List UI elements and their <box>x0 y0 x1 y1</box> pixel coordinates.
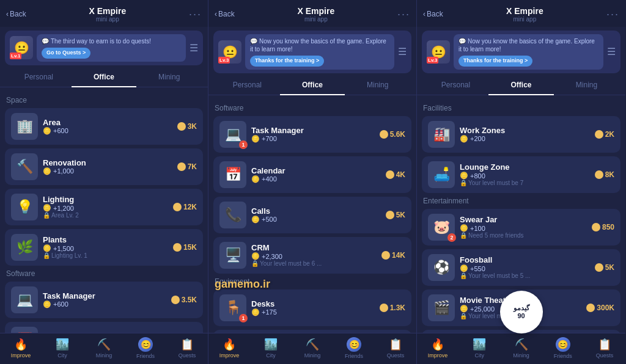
item-name: Area <box>43 118 172 127</box>
back-button[interactable]: ‹ Back <box>215 10 235 18</box>
banner-content: 💬Now you know the basics of the game. Ex… <box>454 34 603 70</box>
item-stat-value: +25,000 <box>470 305 495 313</box>
nav-item-improve[interactable]: 🔥 Improve <box>417 338 458 359</box>
list-item[interactable]: 📞 Calls 🪙 +500 5K <box>213 197 411 233</box>
back-label: Back <box>10 10 26 18</box>
more-icon[interactable]: ··· <box>606 8 619 21</box>
nav-item-city[interactable]: 🏙️ City <box>250 338 292 359</box>
banner-button[interactable]: Go to Quests > <box>42 48 90 59</box>
list-item[interactable]: 📅 Calendar 🪙 +400 4K <box>213 156 411 193</box>
nav-item-friends[interactable]: 😊 Friends <box>542 337 584 359</box>
nav-item-mining[interactable]: ⛏️ Mining <box>292 338 333 359</box>
banner-button[interactable]: Thanks for the training > <box>458 56 532 67</box>
nav-item-improve[interactable]: 🔥 Improve <box>208 338 250 359</box>
item-stat: 🪙 +100 <box>460 224 587 232</box>
item-info: Calls 🪙 +500 <box>251 206 381 224</box>
level-badge: Lv.3 <box>427 57 438 64</box>
item-icon: 🖥️ <box>219 242 246 269</box>
item-emoji-icon: 🛋️ <box>433 167 450 183</box>
item-icon: 🎬 <box>428 294 455 321</box>
list-item[interactable]: ⚽ Foosball 🪙 +550 🔒Your level must be 5 … <box>422 249 620 286</box>
nav-label: Friends <box>136 353 155 359</box>
item-stat: 🪙 +500 <box>251 216 381 224</box>
list-item[interactable]: 🛋️ Lounge Zone 🪙 +800 🔒Your level must b… <box>422 156 620 193</box>
nav-item-city[interactable]: 🏙️ City <box>42 338 83 359</box>
nav-label: Mining <box>304 352 321 359</box>
coin-icon: 🪙 <box>251 135 260 143</box>
banner-menu-icon[interactable]: ☰ <box>398 46 407 57</box>
item-emoji-icon: 📅 <box>17 332 33 333</box>
item-stat: 🪙 +700 <box>251 135 375 143</box>
avatar: 😐 Lv.3 <box>427 40 450 64</box>
nav-item-friends[interactable]: 😊 Friends <box>125 337 166 359</box>
item-price: 1.3K <box>380 304 405 312</box>
more-icon[interactable]: ··· <box>189 8 202 21</box>
nav-icon-improve: 🔥 <box>14 338 28 351</box>
nav-item-improve[interactable]: 🔥 Improve <box>0 338 42 359</box>
banner-text: 💬The third way to earn is to do quests! … <box>37 34 186 62</box>
item-icon: 🏢 <box>11 113 38 140</box>
nav-label: City <box>475 352 485 359</box>
tab-office[interactable]: Office <box>280 77 345 95</box>
list-item[interactable]: 💡 Lighting 🪙 +1,200 🔒Area Lv. 2 12K <box>5 189 203 225</box>
banner-menu-icon[interactable]: ☰ <box>607 46 616 57</box>
nav-item-quests[interactable]: 📋 Quests <box>584 338 625 359</box>
app-subtitle: mini app <box>297 16 334 23</box>
panel-1: ‹ Back X Empire mini app ··· 😐 Lv.1 💬The… <box>0 0 208 364</box>
price-coin-icon <box>595 170 603 179</box>
list-item[interactable]: 🐷 2 Swear Jar 🪙 +100 🔒Need 5 more friend… <box>422 209 620 246</box>
price-value: 2K <box>605 130 614 139</box>
lock-icon: 🔒 <box>460 180 467 186</box>
nav-item-city[interactable]: 🏙️ City <box>458 338 500 359</box>
price-value: 1.3K <box>390 304 405 312</box>
nav-avatar: 😊 <box>138 337 153 352</box>
nav-label: Improve <box>219 352 240 359</box>
back-label: Back <box>427 10 443 18</box>
nav-item-quests[interactable]: 📋 Quests <box>375 338 416 359</box>
level-badge: Lv.1 <box>10 53 21 59</box>
nav-avatar: 😊 <box>347 337 361 352</box>
item-price: 5K <box>595 263 614 272</box>
item-stat: 🪙 +175 <box>251 308 375 316</box>
nav-item-mining[interactable]: ⛏️ Mining <box>500 338 542 359</box>
list-item[interactable]: 🪑 1 Desks 🪙 +175 1.3K <box>213 289 411 326</box>
item-price: 3.5K <box>171 296 197 304</box>
tab-personal[interactable]: Personal <box>423 77 488 95</box>
banner-menu-icon[interactable]: ☰ <box>190 42 198 54</box>
item-name: Plants <box>43 235 168 244</box>
content-area: Space 🏢 Area 🪙 +600 <box>0 87 208 333</box>
nav-label: City <box>266 352 276 359</box>
more-icon[interactable]: ··· <box>397 8 410 21</box>
list-item[interactable]: 💻 Task Manager 🪙 +600 3.5K <box>5 282 203 318</box>
tab-mining[interactable]: Mining <box>554 77 619 95</box>
list-item[interactable]: 🌿 Plants 🪙 +1,500 🔒Lighting Lv. 1 15K <box>5 229 203 266</box>
tab-personal[interactable]: Personal <box>6 69 72 87</box>
back-button[interactable]: ‹ Back <box>6 10 26 18</box>
tab-mining[interactable]: Mining <box>345 77 410 95</box>
bottom-nav: 🔥 Improve 🏙️ City ⛏️ Mining 😊 Friends 📋 <box>208 333 416 364</box>
item-badge: 1 <box>239 140 248 149</box>
list-item[interactable]: 🖥️ CRM 🪙 +2,300 🔒Your level must be 6 ..… <box>213 237 411 274</box>
list-item[interactable]: 🔨 Renovation 🪙 +1,000 7K <box>5 148 203 185</box>
list-item[interactable]: 💻 1 Task Manager 🪙 +700 5.6K <box>213 116 411 153</box>
list-item[interactable]: 🏭 Work Zones 🪙 +200 2K <box>422 116 620 153</box>
list-item[interactable]: 📅 Calendar 🪙 +400 4K <box>5 322 203 333</box>
tab-mining[interactable]: Mining <box>136 69 202 87</box>
item-info: Task Manager 🪙 +600 <box>43 291 166 308</box>
nav-item-mining[interactable]: ⛏️ Mining <box>83 338 125 359</box>
item-stat-value: +1,500 <box>53 245 74 252</box>
banner-button[interactable]: Thanks for the training > <box>250 56 324 67</box>
banner-text: 💬Now you know the basics of the game. Ex… <box>454 34 603 70</box>
header-title-group: X Empire mini app <box>89 6 126 23</box>
nav-item-quests[interactable]: 📋 Quests <box>166 338 208 359</box>
price-coin-icon <box>586 304 595 312</box>
list-item[interactable]: 🏢 Area 🪙 +600 3K <box>5 108 203 145</box>
tab-office[interactable]: Office <box>72 69 137 87</box>
nav-item-friends[interactable]: 😊 Friends <box>333 337 375 359</box>
lock-icon: 🔒 <box>460 313 467 319</box>
back-button[interactable]: ‹ Back <box>423 10 443 18</box>
item-stat-value: +600 <box>53 300 68 308</box>
tab-office[interactable]: Office <box>488 77 554 95</box>
tab-personal[interactable]: Personal <box>215 77 280 95</box>
item-price: 5K <box>386 211 405 219</box>
